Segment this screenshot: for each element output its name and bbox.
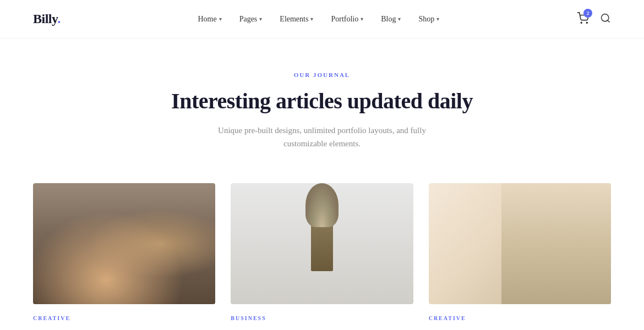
- nav-label: Shop: [418, 15, 434, 24]
- search-button[interactable]: [600, 13, 611, 26]
- chevron-down-icon: ▾: [361, 16, 363, 22]
- nav-label: Home: [198, 15, 216, 24]
- card-category: BUSINESS: [231, 315, 413, 321]
- nav-item-home[interactable]: Home▾: [198, 15, 221, 24]
- card-image: [429, 183, 611, 304]
- cards-grid: CREATIVE Is it Appropriate to Have a Per…: [33, 183, 611, 330]
- logo-dot: .: [57, 12, 61, 26]
- nav-label: Blog: [381, 15, 396, 24]
- chevron-down-icon: ▾: [219, 16, 222, 22]
- hero-title: Interesting articles updated daily: [11, 88, 633, 114]
- logo[interactable]: Billy.: [33, 12, 61, 26]
- blog-cards-section: CREATIVE Is it Appropriate to Have a Per…: [0, 172, 644, 330]
- header: Billy. Home▾Pages▾Elements▾Portfolio▾Blo…: [0, 0, 644, 38]
- cart-badge: 2: [583, 9, 592, 18]
- card-category: CREATIVE: [429, 315, 611, 321]
- hero-section: OUR JOURNAL Interesting articles updated…: [0, 38, 644, 172]
- nav-item-pages[interactable]: Pages▾: [239, 15, 263, 24]
- chevron-down-icon: ▾: [398, 16, 401, 22]
- svg-line-3: [608, 20, 610, 22]
- svg-point-1: [586, 22, 587, 23]
- nav-item-elements[interactable]: Elements▾: [280, 15, 313, 24]
- card-title: Is it Appropriate to Have a Personal Bra…: [33, 327, 215, 330]
- nav-label: Pages: [239, 15, 258, 24]
- card-body: CREATIVE The Call to Courage Netflix Spe…: [429, 304, 611, 330]
- chevron-down-icon: ▾: [259, 16, 262, 22]
- logo-text: Billy: [33, 12, 57, 26]
- blog-card[interactable]: CREATIVE The Call to Courage Netflix Spe…: [429, 183, 611, 330]
- cart-button[interactable]: 2: [577, 12, 589, 26]
- blog-card[interactable]: BUSINESS How to Build Branded Photograph…: [231, 183, 413, 330]
- card-image: [231, 183, 413, 304]
- svg-point-2: [602, 14, 609, 21]
- header-icons: 2: [577, 12, 611, 26]
- card-body: CREATIVE Is it Appropriate to Have a Per…: [33, 304, 215, 330]
- card-title: The Call to Courage Netflix Special: [429, 327, 611, 330]
- hero-description: Unique pre-built designs, unlimited port…: [217, 124, 427, 150]
- hero-tag: OUR JOURNAL: [11, 72, 633, 78]
- card-title: How to Build Branded Photography Studio?: [231, 327, 413, 330]
- svg-point-0: [581, 22, 582, 23]
- card-category: CREATIVE: [33, 315, 215, 321]
- card-image: [33, 183, 215, 304]
- nav-item-shop[interactable]: Shop▾: [418, 15, 439, 24]
- nav-label: Portfolio: [331, 15, 358, 24]
- nav-item-portfolio[interactable]: Portfolio▾: [331, 15, 363, 24]
- main-nav: Home▾Pages▾Elements▾Portfolio▾Blog▾Shop▾: [198, 15, 439, 24]
- nav-item-blog[interactable]: Blog▾: [381, 15, 401, 24]
- blog-card[interactable]: CREATIVE Is it Appropriate to Have a Per…: [33, 183, 215, 330]
- card-body: BUSINESS How to Build Branded Photograph…: [231, 304, 413, 330]
- nav-label: Elements: [280, 15, 308, 24]
- chevron-down-icon: ▾: [310, 16, 313, 22]
- chevron-down-icon: ▾: [436, 16, 439, 22]
